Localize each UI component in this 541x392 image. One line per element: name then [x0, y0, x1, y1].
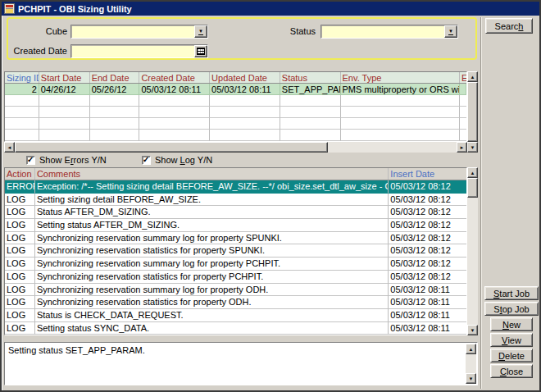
sizing-table-empty-row[interactable]: [5, 118, 466, 130]
log-row[interactable]: LOG Setting sizing detail BEFORE_AW_SIZE…: [5, 194, 466, 207]
cube-combo[interactable]: ▼: [70, 25, 208, 39]
empty-cell: [460, 118, 466, 130]
col-action[interactable]: Action: [5, 168, 35, 180]
sizing-table-empty-row[interactable]: [5, 107, 466, 118]
cell-action: LOG: [5, 284, 35, 297]
log-row[interactable]: LOG Setting status SYNC_DATA. 05/03/12 0…: [5, 322, 466, 335]
cell-action: LOG: [5, 322, 35, 335]
empty-cell: [341, 107, 460, 118]
sizing-table-hscrollbar[interactable]: ◄ ►: [4, 142, 467, 153]
empty-cell: [280, 95, 341, 107]
show-log-checkbox[interactable]: [142, 156, 151, 165]
empty-cell: [280, 130, 341, 141]
log-row[interactable]: LOG Setting status AFTER_DM_SIZING. 05/0…: [5, 219, 466, 232]
empty-cell: [39, 107, 90, 118]
cell-env-type: PMS multiproperty or ORS with only i: [341, 84, 460, 95]
delete-button[interactable]: Delete: [490, 349, 533, 362]
cell-status: SET_APP_PARAM: [280, 84, 341, 95]
empty-cell: [280, 107, 341, 118]
sizing-table-vscrollbar[interactable]: ▲ ▼: [467, 71, 478, 153]
panel-divider: [480, 17, 482, 389]
calendar-button[interactable]: [194, 45, 207, 57]
cell-action: LOG: [5, 296, 35, 309]
empty-cell: [460, 107, 466, 118]
empty-cell: [90, 118, 140, 130]
col-start-date[interactable]: Start Date: [39, 72, 90, 83]
log-row[interactable]: LOG Synchronizing reservation statistics…: [5, 271, 466, 284]
log-row[interactable]: LOG Status AFTER_DM_SIZING. 05/03/12 08:…: [5, 206, 466, 219]
sizing-table-empty-row[interactable]: [5, 130, 466, 141]
sizing-table-empty-row[interactable]: [5, 95, 466, 107]
checkbox-row: Show Errors Y/N Show Log Y/N: [4, 153, 478, 167]
scroll-down-icon[interactable]: ▼: [466, 373, 476, 384]
show-log-label: Show Log Y/N: [155, 155, 212, 165]
scroll-right-icon[interactable]: ►: [457, 142, 467, 153]
view-button[interactable]: View: [490, 333, 533, 347]
col-sizing-id[interactable]: Sizing ID: [5, 72, 39, 83]
empty-cell: [460, 130, 466, 141]
vscroll-thumb[interactable]: [467, 178, 478, 198]
cell-insert-date: 05/03/12 08:11: [389, 284, 466, 297]
col-updated-date[interactable]: Updated Date: [210, 72, 280, 83]
col-env-type[interactable]: Env. Type: [341, 72, 460, 83]
scroll-down-icon[interactable]: ▼: [467, 142, 478, 153]
log-row[interactable]: LOG Synchronizing reservation summary lo…: [5, 258, 466, 271]
stop-job-button[interactable]: Stop Job: [484, 302, 539, 316]
sizing-table-header: Sizing ID Start Date End Date Created Da…: [5, 72, 466, 84]
title-bar: PCHPIT - OBI Sizing Utility: [2, 2, 539, 16]
col-created-date[interactable]: Created Date: [139, 72, 210, 83]
show-errors-checkbox[interactable]: [26, 156, 35, 165]
col-status[interactable]: Status: [280, 72, 341, 83]
search-button[interactable]: Search: [485, 18, 533, 34]
log-row[interactable]: LOG Synchronizing reservation statistics…: [5, 296, 466, 309]
empty-cell: [210, 130, 280, 141]
cell-insert-date: 05/03/12 08:12: [389, 180, 466, 194]
cell-insert-date: 05/03/12 08:12: [389, 271, 466, 284]
log-row[interactable]: LOG Status is CHECK_DATA_REQUEST. 05/03/…: [5, 309, 466, 322]
cell-insert-date: 05/03/12 08:11: [389, 309, 466, 322]
cell-insert-date: 05/03/12 08:12: [389, 258, 466, 271]
empty-cell: [139, 95, 210, 107]
sizing-table: Sizing ID Start Date End Date Created Da…: [4, 71, 478, 153]
cube-dropdown-button[interactable]: ▼: [194, 25, 207, 38]
status-message-box[interactable]: Setting status SET_APP_PARAM. ▲ ▼: [4, 342, 478, 385]
new-button[interactable]: New: [490, 317, 533, 331]
status-label: Status: [265, 26, 316, 36]
start-job-button[interactable]: Start Job: [484, 286, 539, 300]
col-e-partial[interactable]: E: [460, 72, 466, 83]
cell-insert-date: 05/03/12 08:12: [389, 194, 466, 207]
empty-cell: [90, 107, 140, 118]
empty-cell: [460, 95, 466, 107]
col-comments[interactable]: Comments: [35, 168, 389, 180]
log-row[interactable]: LOG Synchronizing reservation statistics…: [5, 244, 466, 258]
message-vscrollbar[interactable]: ▲ ▼: [466, 344, 476, 384]
empty-cell: [5, 118, 39, 130]
scroll-up-icon[interactable]: ▲: [466, 344, 476, 354]
scroll-up-icon[interactable]: ▲: [467, 167, 478, 178]
log-table: Action Comments Insert Date ERROR Except…: [4, 167, 478, 335]
hscroll-thumb[interactable]: [15, 142, 328, 153]
log-row[interactable]: LOG Synchronizing reservation summary lo…: [5, 232, 466, 245]
cell-comment: Exception: /*-- Setting sizing detail BE…: [35, 180, 389, 194]
status-message-text: Setting status SET_APP_PARAM.: [8, 345, 464, 355]
close-button[interactable]: Close: [490, 364, 533, 378]
scroll-left-icon[interactable]: ◄: [4, 142, 15, 153]
empty-cell: [341, 118, 460, 130]
col-end-date[interactable]: End Date: [90, 72, 140, 83]
col-insert-date[interactable]: Insert Date: [389, 168, 466, 180]
log-row-error[interactable]: ERROR Exception: /*-- Setting sizing det…: [5, 180, 466, 194]
log-table-vscrollbar[interactable]: ▲ ▼: [467, 167, 478, 335]
log-row[interactable]: LOG Synchronizing reservation summary lo…: [5, 284, 466, 297]
filter-panel: Cube ▼ Status ▼ Created Date: [7, 17, 477, 60]
sizing-table-row-selected[interactable]: 2 04/26/12 05/26/12 05/03/12 08:11 05/03…: [5, 84, 466, 95]
created-date-input[interactable]: [70, 44, 208, 58]
status-combo[interactable]: ▼: [321, 25, 458, 39]
app-icon: [4, 3, 15, 14]
cell-end-date: 05/26/12: [90, 84, 140, 95]
scroll-up-icon[interactable]: ▲: [467, 71, 478, 82]
scroll-down-icon[interactable]: ▼: [467, 325, 478, 335]
status-dropdown-button[interactable]: ▼: [444, 25, 457, 38]
vscroll-thumb[interactable]: [467, 82, 478, 142]
empty-cell: [90, 130, 140, 141]
empty-cell: [341, 130, 460, 141]
